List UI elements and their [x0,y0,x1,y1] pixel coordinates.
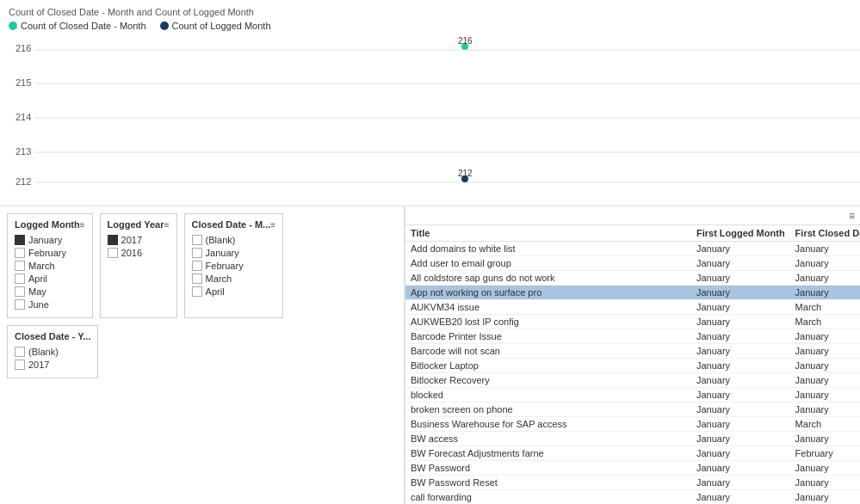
svg-text:216: 216 [458,36,473,46]
filter-search-icon-year[interactable]: ≡ [164,220,170,230]
cell-logged: January [691,403,790,417]
filter-search-icon[interactable]: ≡ [80,220,85,230]
filter-groups: Logged Month ≡ January February March [7,213,397,318]
cell-title: Barcode Printer Issue [405,329,691,344]
checkbox-2016[interactable] [108,248,118,258]
cell-title: BW Password [405,461,691,476]
col-header-closed[interactable]: First Closed Date - Month [790,225,860,242]
checkbox-2017[interactable] [108,235,118,245]
filter-group-label-logged-year: Logged Year [108,219,164,230]
filter-group-icons-closed-month: ≡ [270,220,275,230]
table-row[interactable]: Bitlocker Recovery January January [405,373,860,388]
table-header-row: Title First Logged Month First Closed Da… [405,225,860,242]
checkbox-march-closed[interactable] [192,274,202,284]
filter-label-february-closed: February [206,261,244,271]
filter-item-march-closed[interactable]: March [192,274,276,284]
filter-group-closed-year: Closed Date - Y... (Blank) 2017 [7,325,98,378]
table-row[interactable]: AUKVM34 issue January March [405,300,860,315]
checkbox-january-closed[interactable] [192,248,202,258]
table-row[interactable]: Add domains to white list January Januar… [405,242,860,256]
cell-logged: January [691,256,790,271]
filter-item-february-logged[interactable]: February [15,248,85,258]
table-row[interactable]: BW Password January January [405,461,860,476]
filter-label-march-closed: March [206,274,232,284]
cell-logged: January [691,388,790,403]
filter-group-closed-month: Closed Date - M... ≡ (Blank) January Feb… [184,213,284,318]
table-row[interactable]: Barcode will not scan January January [405,344,860,359]
filter-item-april-closed[interactable]: April [192,286,276,297]
filter-item-june-logged[interactable]: June [15,299,85,310]
filter-item-march-logged[interactable]: March [15,261,85,271]
checkbox-2017-closed[interactable] [15,360,25,370]
col-header-title[interactable]: Title [405,225,691,242]
filter-group-header-logged-month: Logged Month ≡ [15,219,85,230]
table-scroll[interactable]: Title First Logged Month First Closed Da… [405,225,860,502]
checkbox-june-logged[interactable] [15,299,25,310]
cell-logged: January [691,242,790,256]
cell-logged: January [691,417,790,432]
cell-closed: March [790,315,860,329]
table-row[interactable]: broken screen on phone January January [405,403,860,417]
table-row[interactable]: call forwarding January January [405,490,860,503]
filter-item-january-logged[interactable]: January [15,235,85,245]
table-row[interactable]: Add user to email group January January [405,256,860,271]
filter-group-icons-logged-year: ≡ [164,220,170,230]
table-row[interactable]: BW Password Reset January January [405,476,860,490]
filter-label-2017-closed: 2017 [28,360,49,370]
filter-item-2017[interactable]: 2017 [108,235,170,245]
filter-item-blank-closed-year[interactable]: (Blank) [15,347,90,357]
checkbox-march-logged[interactable] [15,261,25,271]
filter-item-february-closed[interactable]: February [192,261,276,271]
filter-group-logged-month: Logged Month ≡ January February March [7,213,93,318]
filter-group-label-closed-month: Closed Date - M... [192,219,271,230]
cell-closed: March [790,300,860,315]
filter-item-blank-closed[interactable]: (Blank) [192,235,276,245]
checkbox-blank-closed[interactable] [192,235,202,245]
cell-logged: January [691,373,790,388]
cell-title: BW Forecast Adjustments farne [405,446,691,461]
checkbox-january-logged[interactable] [15,235,25,245]
toolbar-menu-icon[interactable]: ≡ [849,210,855,222]
cell-closed: January [790,271,860,286]
table-row[interactable]: Bitlocker Laptop January January [405,359,860,373]
checkbox-blank-closed-year[interactable] [15,347,25,357]
checkbox-april-closed[interactable] [192,286,202,297]
svg-text:214: 214 [15,112,31,122]
filter-item-may-logged[interactable]: May [15,286,85,297]
filter-group-icons-logged-month: ≡ [80,220,85,230]
cell-title: App not working on surface pro [405,286,691,300]
table-row[interactable]: AUKWEB20 lost IP config January March [405,315,860,329]
checkbox-february-logged[interactable] [15,248,25,258]
filter-item-january-closed[interactable]: January [192,248,276,258]
legend-label-logged: Count of Logged Month [172,21,271,31]
table-row[interactable]: BW Forecast Adjustments farne January Fe… [405,446,860,461]
filter-row2: Closed Date - Y... (Blank) 2017 [7,325,397,378]
table-row[interactable]: Business Warehouse for SAP access Januar… [405,417,860,432]
filter-item-2016[interactable]: 2016 [108,248,170,258]
checkbox-february-closed[interactable] [192,261,202,271]
filter-group-header-closed-month: Closed Date - M... ≡ [192,219,276,230]
checkbox-may-logged[interactable] [15,286,25,297]
cell-title: Add user to email group [405,256,691,271]
chart-svg-element: 216 215 214 213 212 216 212 [9,34,860,194]
col-header-logged[interactable]: First Logged Month [691,225,790,242]
filter-group-label-logged-month: Logged Month [15,219,80,230]
filter-label-april-logged: April [28,274,47,284]
table-row[interactable]: Barcode Printer Issue January January [405,329,860,344]
filter-group-label-closed-year: Closed Date - Y... [15,331,90,341]
filter-menu-icon-closed-month[interactable]: ≡ [270,220,275,230]
filter-item-2017-closed[interactable]: 2017 [15,360,90,370]
cell-title: Barcode will not scan [405,344,691,359]
filter-panel: Logged Month ≡ January February March [0,206,405,504]
table-row[interactable]: BW access January January [405,432,860,446]
cell-closed: January [790,359,860,373]
checkbox-april-logged[interactable] [15,274,25,284]
table-row[interactable]: App not working on surface pro January J… [405,286,860,300]
table-row[interactable]: blocked January January [405,388,860,403]
filter-item-april-logged[interactable]: April [15,274,85,284]
cell-title: call forwarding [405,490,691,503]
cell-title: AUKWEB20 lost IP config [405,315,691,329]
filter-label-2017: 2017 [121,235,142,245]
table-row[interactable]: All coldstore sap guns do not work Janua… [405,271,860,286]
cell-closed: January [790,403,860,417]
